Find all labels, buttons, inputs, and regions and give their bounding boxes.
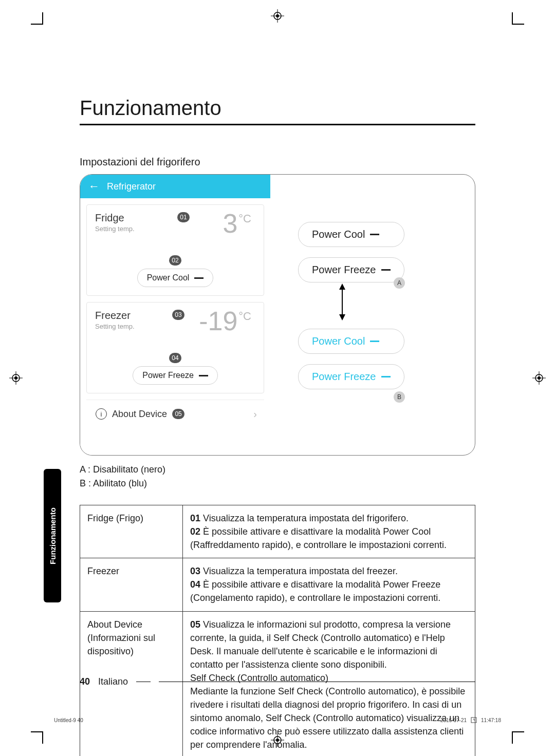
info-table: Fridge (Frigo) 01 Visualizza la temperat… bbox=[80, 505, 475, 756]
clock-icon bbox=[471, 717, 477, 723]
app-header: ← Refrigerator bbox=[80, 175, 270, 198]
minus-icon bbox=[199, 375, 208, 376]
double-arrow-icon bbox=[337, 284, 347, 320]
table-row: Fridge (Frigo) 01 Visualizza la temperat… bbox=[80, 505, 475, 558]
power-cool-enabled: Power Cool bbox=[298, 329, 404, 354]
chevron-right-icon: › bbox=[253, 408, 257, 420]
figure: ← Refrigerator Fridge Setting temp. 01 3… bbox=[80, 174, 475, 456]
page-lang: Italiano bbox=[98, 676, 128, 687]
cell-fridge-desc: 01 Visualizza la temperatura impostata d… bbox=[183, 505, 475, 558]
table-row: Freezer 03 Visualizza la temperatura imp… bbox=[80, 558, 475, 611]
freezer-temp: -19°C bbox=[199, 306, 251, 336]
print-meta-right: 2016-07-21 11:47:18 bbox=[440, 717, 501, 723]
registration-mark-icon bbox=[532, 371, 546, 385]
fridge-card: Fridge Setting temp. 01 3°C 02 Power Coo… bbox=[86, 204, 264, 296]
about-device-row[interactable]: i About Device 05 › bbox=[86, 400, 264, 428]
fridge-temp: 3°C bbox=[223, 208, 251, 239]
svg-marker-17 bbox=[339, 284, 345, 290]
callout-02: 02 bbox=[169, 255, 181, 266]
subtitle: Impostazioni del frigorifero bbox=[80, 156, 475, 168]
cell-freezer-label: Freezer bbox=[80, 558, 183, 611]
app-header-label: Refrigerator bbox=[107, 181, 156, 192]
svg-marker-18 bbox=[339, 314, 345, 320]
page-number: 40 bbox=[80, 676, 90, 687]
print-meta-left: Untitled-9 40 bbox=[54, 717, 83, 723]
info-icon: i bbox=[96, 408, 107, 420]
power-freeze-enabled: Power Freeze bbox=[298, 364, 404, 389]
label-b: B bbox=[394, 391, 405, 403]
callout-04: 04 bbox=[169, 353, 181, 363]
section-tab: Funzionamento bbox=[44, 469, 61, 602]
minus-icon bbox=[194, 277, 203, 279]
power-cool-disabled: Power Cool bbox=[298, 222, 404, 247]
minus-icon bbox=[381, 269, 391, 271]
cell-fridge-label: Fridge (Frigo) bbox=[80, 505, 183, 558]
minus-icon bbox=[381, 376, 391, 377]
callout-05: 05 bbox=[172, 409, 184, 419]
callout-01: 01 bbox=[177, 212, 190, 222]
power-freeze-chip[interactable]: Power Freeze bbox=[133, 366, 218, 385]
cell-freezer-desc: 03 Visualizza la temperatura impostata d… bbox=[183, 558, 475, 611]
registration-mark-icon bbox=[271, 9, 284, 23]
freezer-card: Freezer Setting temp. 03 -19°C 04 Power … bbox=[86, 302, 264, 393]
legend: A : Disabilitato (nero) B : Abilitato (b… bbox=[80, 463, 475, 490]
power-cool-chip[interactable]: Power Cool bbox=[137, 269, 214, 287]
registration-mark-icon bbox=[9, 371, 23, 385]
back-arrow-icon[interactable]: ← bbox=[88, 180, 100, 193]
power-freeze-disabled: Power Freeze bbox=[298, 257, 404, 282]
app-screenshot: ← Refrigerator Fridge Setting temp. 01 3… bbox=[80, 175, 270, 455]
minus-icon bbox=[370, 234, 379, 235]
figure-right: Power Cool Power Freeze A Power Cool Pow… bbox=[270, 175, 475, 455]
minus-icon bbox=[370, 341, 379, 342]
page-title: Funzionamento bbox=[80, 97, 475, 125]
about-device-label: About Device bbox=[112, 409, 167, 420]
legend-b: B : Abilitato (blu) bbox=[80, 477, 475, 490]
page-footer: 40 Italiano bbox=[80, 676, 475, 687]
legend-a: A : Disabilitato (nero) bbox=[80, 463, 475, 477]
label-a: A bbox=[394, 277, 405, 289]
callout-03: 03 bbox=[172, 310, 184, 320]
